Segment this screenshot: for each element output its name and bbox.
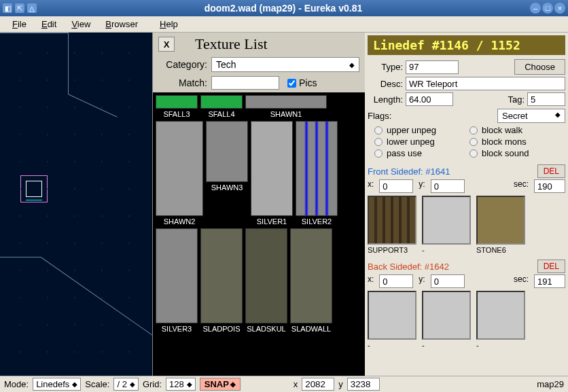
menu-help[interactable]: Help [153,18,185,31]
back-del-button[interactable]: DEL [537,260,565,273]
front-sec-label: sec: [514,179,529,193]
sidedef-texture[interactable]: - [422,291,471,349]
close-button[interactable]: × [554,3,565,14]
mode-select[interactable]: Linedefs◆ [33,378,81,391]
match-label: Match: [158,77,207,88]
flags-label: Flags: [368,111,399,121]
length-input[interactable] [406,92,453,106]
pics-checkbox-input[interactable] [287,79,296,88]
pin-icon[interactable]: ⇱ [15,3,24,13]
sysmenu-icon[interactable]: ◧ [3,3,12,13]
sidedef-texture[interactable]: - [422,196,471,254]
texture-list-close-button[interactable]: X [158,37,175,52]
tag-input[interactable] [527,92,565,106]
minimize-button[interactable]: – [530,3,541,14]
scale-label: Scale: [85,379,109,389]
front-del-button[interactable]: DEL [537,164,565,178]
pics-checkbox[interactable]: Pics [287,77,336,88]
front-sec-input[interactable] [534,179,565,193]
menu-file[interactable]: File [5,18,33,31]
sidedef-texture[interactable]: - [368,291,416,349]
titlebar: ◧ ⇱ △ doom2.wad (map29) - Eureka v0.81 –… [0,0,568,16]
front-x-label: x: [368,179,374,193]
flags-select[interactable]: Secret◆ [497,109,565,123]
menu-view[interactable]: View [65,18,97,31]
texture-list-title: Texture List [195,35,268,53]
texture-item[interactable]: SLADWALL [290,228,332,333]
texture-item[interactable]: SLADPOIS [200,228,243,333]
sidedef-texture[interactable]: STONE6 [476,196,525,254]
texture-item[interactable]: SHAWN3 [206,121,248,192]
back-sec-input[interactable] [534,274,565,288]
chevron-down-icon: ◆ [555,111,561,121]
flag-check[interactable]: lower unpeg [374,137,469,147]
back-sidedef-header: Back Sidedef: #1642 DEL [368,260,565,273]
length-label: Length: [368,94,403,105]
flag-check[interactable]: block walk [469,125,565,135]
texture-item[interactable]: SFALL4 [200,95,243,118]
texture-item[interactable]: SFALL3 [156,95,198,118]
category-select[interactable]: Tech◆ [211,57,359,72]
front-x-input[interactable] [379,179,413,193]
back-y-label: y: [419,274,425,288]
window-title: doom2.wad (map29) - Eureka v0.81 [37,3,530,14]
properties-panel: Linedef #1146 / 1152 Type: Choose Desc: … [365,33,568,376]
flag-check[interactable]: block mons [469,137,565,147]
texture-list-panel: X Texture List Category: Tech◆ Match: Pi… [153,33,365,376]
grid-label: Grid: [143,379,162,389]
map-viewport[interactable] [0,33,153,376]
flag-check[interactable]: pass use [374,148,469,158]
sidedef-texture[interactable]: - [476,291,525,349]
type-input[interactable] [406,60,459,74]
maximize-button[interactable]: □ [542,3,553,14]
scale-select[interactable]: / 2◆ [113,378,138,391]
sysmenu-icons: ◧ ⇱ △ [3,3,37,13]
texture-grid[interactable]: SFALL3SFALL4SHAWN1SHAWN2SHAWN3SILVER1SIL… [153,92,365,376]
desc-input[interactable] [406,77,565,90]
flag-check[interactable]: upper unpeg [374,125,469,135]
front-y-label: y: [419,179,425,193]
back-y-input[interactable] [431,274,465,288]
front-y-input[interactable] [431,179,465,193]
mode-label: Mode: [4,379,29,389]
chevron-down-icon: ◆ [349,61,355,69]
choose-button[interactable]: Choose [514,59,565,75]
menubar: File Edit View Browser Help [0,16,568,33]
y-label: y [338,379,343,389]
texture-item[interactable]: SLADSKUL [245,228,287,333]
statusbar: Mode: Linedefs◆ Scale: / 2◆ Grid: 128◆ S… [0,376,568,392]
texture-item[interactable]: SHAWN1 [245,95,327,118]
back-x-input[interactable] [379,274,413,288]
tag-label: Tag: [508,94,525,105]
grid-select[interactable]: 128◆ [166,378,196,391]
y-input[interactable] [347,378,380,391]
menu-browser[interactable]: Browser [99,18,145,31]
sidedef-texture[interactable]: SUPPORT3 [368,196,416,254]
desc-label: Desc: [368,79,403,89]
flag-checkboxes: upper unpegblock walklower unpegblock mo… [368,124,565,159]
texture-item[interactable]: SHAWN2 [156,121,203,226]
texture-item[interactable]: SILVER1 [251,121,293,226]
flag-check[interactable]: block sound [469,148,565,158]
shade-icon[interactable]: △ [27,3,37,13]
texture-item[interactable]: SILVER3 [156,228,198,333]
window-buttons: – □ × [530,3,565,14]
back-sec-label: sec: [514,274,529,288]
type-label: Type: [368,62,403,72]
texture-item[interactable]: SILVER2 [296,121,338,226]
x-input[interactable] [302,378,334,391]
map-name: map29 [537,379,564,389]
linedef-header: Linedef #1146 / 1152 [368,35,565,55]
snap-button[interactable]: SNAP◆ [200,378,241,391]
menu-edit[interactable]: Edit [35,18,63,31]
front-sidedef-header: Front Sidedef: #1641 DEL [368,164,565,178]
category-label: Category: [158,59,207,70]
x-label: x [294,379,298,389]
back-x-label: x: [368,274,374,288]
match-input[interactable] [211,76,279,90]
